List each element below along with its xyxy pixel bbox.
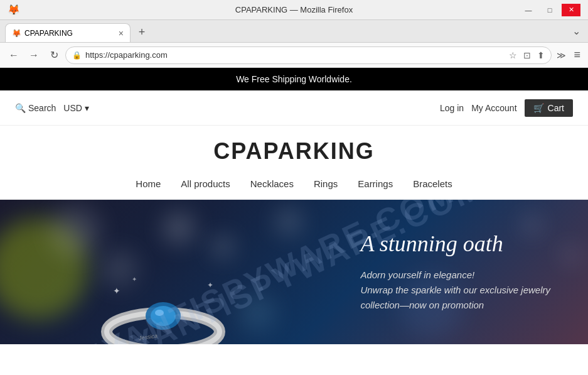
browser-title: CPAPARKING — Mozilla Firefox bbox=[235, 5, 353, 14]
menu-button[interactable]: ≡ bbox=[571, 46, 583, 64]
hero-section: ✦ ✦ ✦ Jessica A stunning oath Adorn your… bbox=[0, 200, 588, 344]
search-button[interactable]: 🔍 Search bbox=[15, 103, 56, 113]
tab-close-icon[interactable]: × bbox=[119, 28, 124, 38]
hero-subtext-line2: Unwrap the sparkle with our exclusive je… bbox=[360, 285, 550, 296]
browser-tabbar: 🦊 CPAPARKING × + ⌄ bbox=[0, 20, 588, 43]
hero-subtext-line3: collection—now on promotion bbox=[360, 300, 484, 311]
hero-subtext: Adorn yourself in elegance! Unwrap the s… bbox=[360, 268, 550, 313]
browser-navbar: ← → ↻ 🔒 https://cpaparking.com ☆ ⊡ ⬆ ≫ ≡ bbox=[0, 43, 588, 68]
svg-point-4 bbox=[155, 310, 164, 316]
hero-headline: A stunning oath bbox=[360, 231, 550, 258]
hero-text: A stunning oath Adorn yourself in elegan… bbox=[360, 231, 550, 313]
address-bar[interactable]: 🔒 https://cpaparking.com ☆ ⊡ ⬆ bbox=[65, 46, 552, 64]
active-tab[interactable]: 🦊 CPAPARKING × bbox=[5, 23, 131, 42]
account-link[interactable]: My Account bbox=[471, 103, 516, 113]
svg-text:Jessica: Jessica bbox=[137, 332, 158, 341]
hero-ring-image: ✦ ✦ ✦ Jessica bbox=[75, 231, 251, 344]
lock-icon: 🔒 bbox=[72, 51, 82, 60]
site-nav: Home All products Necklaces Rings Earrin… bbox=[0, 171, 588, 200]
nav-item-rings[interactable]: Rings bbox=[314, 178, 338, 189]
site-header: 🔍 Search USD ▾ Log in My Account 🛒 Cart bbox=[0, 90, 588, 126]
site-title-section: CPAPARKING bbox=[0, 126, 588, 171]
cart-button[interactable]: 🛒 Cart bbox=[525, 99, 573, 117]
minimize-button[interactable]: — bbox=[519, 4, 538, 16]
svg-text:✦: ✦ bbox=[113, 286, 120, 296]
svg-text:✦: ✦ bbox=[132, 276, 137, 283]
header-right: Log in My Account 🛒 Cart bbox=[440, 99, 573, 117]
bookmark-icon[interactable]: ☆ bbox=[509, 50, 517, 60]
login-link[interactable]: Log in bbox=[440, 103, 464, 113]
reload-button[interactable]: ↻ bbox=[45, 46, 63, 64]
site-title: CPAPARKING bbox=[0, 138, 588, 165]
back-button[interactable]: ← bbox=[5, 46, 23, 64]
currency-label: USD bbox=[63, 103, 82, 113]
nav-item-necklaces[interactable]: Necklaces bbox=[250, 178, 294, 189]
url-text: https://cpaparking.com bbox=[85, 50, 503, 60]
nav-item-bracelets[interactable]: Bracelets bbox=[413, 178, 452, 189]
new-tab-button[interactable]: + bbox=[133, 23, 151, 41]
browser-titlebar: 🦊 CPAPARKING — Mozilla Firefox — □ ✕ bbox=[0, 0, 588, 20]
close-button[interactable]: ✕ bbox=[562, 4, 580, 16]
maximize-button[interactable]: □ bbox=[540, 4, 559, 16]
announcement-text: We Free Shipping Worldwide. bbox=[236, 74, 352, 84]
tab-label: CPAPARKING bbox=[24, 29, 115, 38]
nav-item-home[interactable]: Home bbox=[136, 178, 161, 189]
nav-item-earrings[interactable]: Earrings bbox=[358, 178, 393, 189]
cart-label: Cart bbox=[548, 103, 564, 113]
hero-subtext-line1: Adorn yourself in elegance! bbox=[360, 270, 474, 281]
nav-item-all-products[interactable]: All products bbox=[181, 178, 230, 189]
firefox-icon: 🦊 bbox=[8, 4, 20, 16]
forward-button[interactable]: → bbox=[25, 46, 43, 64]
search-label: Search bbox=[28, 103, 56, 113]
currency-arrow-icon: ▾ bbox=[85, 103, 89, 113]
svg-point-3 bbox=[151, 306, 176, 326]
share-icon[interactable]: ⬆ bbox=[537, 50, 545, 60]
cart-icon: 🛒 bbox=[533, 103, 544, 113]
window-controls: — □ ✕ bbox=[519, 4, 580, 16]
svg-text:✦: ✦ bbox=[207, 281, 213, 290]
tab-favicon: 🦊 bbox=[12, 29, 21, 38]
website-content: We Free Shipping Worldwide. 🔍 Search USD… bbox=[0, 68, 588, 375]
pocket-icon[interactable]: ⊡ bbox=[523, 50, 531, 60]
search-icon: 🔍 bbox=[15, 103, 26, 113]
tab-list-button[interactable]: ⌄ bbox=[570, 23, 583, 40]
announcement-bar: We Free Shipping Worldwide. bbox=[0, 68, 588, 90]
extensions-button[interactable]: ≫ bbox=[554, 48, 569, 63]
currency-selector[interactable]: USD ▾ bbox=[63, 103, 89, 113]
